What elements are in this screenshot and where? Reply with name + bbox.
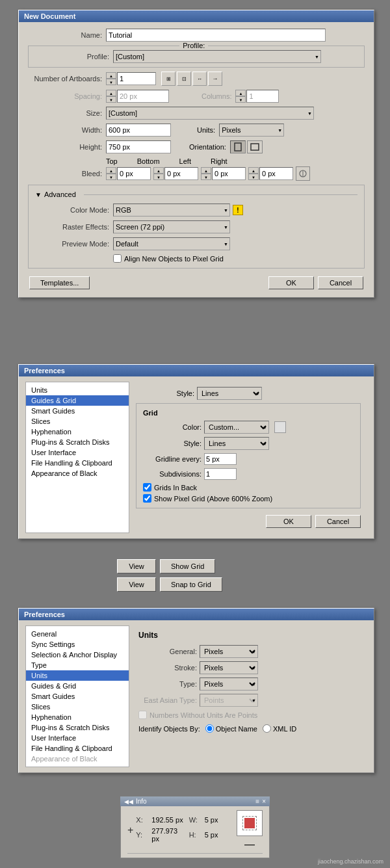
- link-bleed-btn[interactable]: [296, 166, 310, 181]
- sidebar-item-slices[interactable]: Slices: [26, 416, 129, 427]
- units-sidebar-ui[interactable]: User Interface: [26, 733, 129, 743]
- grid-color-swatch[interactable]: [274, 421, 286, 433]
- bleed-bottom-input[interactable]: [164, 167, 198, 180]
- spacing-spin-up[interactable]: ▲: [106, 90, 116, 96]
- grid-color-select[interactable]: Custom... Light Gray Gray: [204, 421, 269, 434]
- units-general-select[interactable]: Pixels Points Inches: [200, 645, 258, 658]
- bleed-bottom-up[interactable]: ▲: [153, 167, 164, 174]
- units-stroke-select[interactable]: Pixels Points: [200, 661, 258, 674]
- spacing-spin-down[interactable]: ▼: [106, 96, 116, 103]
- view-btn-2[interactable]: View: [117, 577, 156, 592]
- sidebar-item-ui[interactable]: User Interface: [26, 447, 129, 458]
- landscape-btn[interactable]: [247, 140, 263, 153]
- bleed-right-down[interactable]: ▼: [248, 174, 259, 180]
- profile-select[interactable]: [Custom] Print Web: [113, 50, 321, 63]
- units-select[interactable]: Pixels Points Inches: [219, 124, 284, 137]
- artboards-spin-down[interactable]: ▼: [106, 79, 116, 85]
- new-doc-cancel-button[interactable]: Cancel: [318, 276, 363, 289]
- templates-button[interactable]: Templates...: [29, 276, 90, 289]
- collapse-icon[interactable]: ◀◀: [124, 798, 133, 805]
- prefs-cancel-button[interactable]: Cancel: [315, 515, 361, 528]
- show-grid-button[interactable]: Show Grid: [160, 559, 215, 573]
- units-sidebar-black[interactable]: Appearance of Black: [26, 754, 129, 764]
- spacing-input[interactable]: [117, 90, 169, 103]
- sidebar-item-guides-grid[interactable]: Guides & Grid: [26, 395, 129, 406]
- grid-style-select-wrapper: Lines Dots: [204, 437, 269, 450]
- units-sidebar: General Sync Settings Selection & Anchor…: [25, 625, 129, 767]
- preview-label: Preview Mode:: [35, 240, 113, 248]
- sidebar-item-units[interactable]: Units: [26, 385, 129, 395]
- portrait-btn[interactable]: [230, 140, 246, 153]
- sidebar-item-hyphenation[interactable]: Hyphenation: [26, 427, 129, 437]
- bleed-left-down[interactable]: ▼: [201, 174, 211, 180]
- arrange-left-icon[interactable]: ⊡: [177, 72, 191, 86]
- columns-spin-up[interactable]: ▲: [235, 90, 246, 96]
- show-pixel-grid-label: Show Pixel Grid (Above 600% Zoom): [154, 495, 272, 503]
- units-sidebar-selection[interactable]: Selection & Anchor Display: [26, 650, 129, 660]
- spacing-spin-arrows[interactable]: ▲ ▼: [106, 90, 116, 103]
- name-input[interactable]: [106, 29, 326, 42]
- spacing-row: Spacing: ▲ ▼ Columns: ▲ ▼: [28, 90, 365, 103]
- artboards-input[interactable]: [117, 72, 156, 85]
- units-sidebar-slices[interactable]: Slices: [26, 702, 129, 712]
- artboards-spin-arrows[interactable]: ▲ ▼: [106, 72, 116, 85]
- xml-id-radio[interactable]: [263, 724, 271, 733]
- columns-spin-down[interactable]: ▼: [235, 96, 246, 103]
- columns-input[interactable]: [246, 90, 279, 103]
- subdivisions-input[interactable]: [204, 468, 237, 480]
- pixel-grid-checkbox[interactable]: [113, 254, 122, 263]
- artboards-spin-up[interactable]: ▲: [106, 72, 116, 79]
- units-sidebar-type[interactable]: Type: [26, 660, 129, 670]
- preview-select[interactable]: Default Pixel Overprint: [113, 237, 230, 250]
- units-sidebar-units[interactable]: Units: [26, 670, 129, 681]
- object-name-radio[interactable]: [205, 724, 214, 733]
- units-sidebar-file[interactable]: File Handling & Clipboard: [26, 743, 129, 754]
- new-doc-ok-button[interactable]: OK: [268, 276, 314, 289]
- units-sidebar-general[interactable]: General: [26, 629, 129, 639]
- bleed-top-up[interactable]: ▲: [106, 167, 116, 174]
- sidebar-item-plugins[interactable]: Plug-ins & Scratch Disks: [26, 437, 129, 447]
- grid-layout-icon[interactable]: ⊞: [161, 72, 176, 86]
- units-sidebar-plugins[interactable]: Plug-ins & Scratch Disks: [26, 722, 129, 733]
- info-close-icon[interactable]: ×: [262, 798, 266, 805]
- columns-spin-arrows[interactable]: ▲ ▼: [235, 90, 246, 103]
- units-sidebar-sync[interactable]: Sync Settings: [26, 639, 129, 650]
- bleed-right-up[interactable]: ▲: [248, 167, 259, 174]
- bleed-bottom-spin: ▲ ▼: [153, 167, 198, 180]
- bleed-top-arrows[interactable]: ▲ ▼: [106, 167, 116, 180]
- arrange-arrow-icon[interactable]: →: [208, 72, 222, 86]
- units-type-select[interactable]: Pixels Points: [200, 677, 258, 690]
- size-select[interactable]: [Custom] Letter A4: [106, 107, 314, 120]
- sidebar-item-smart-guides[interactable]: Smart Guides: [26, 406, 129, 416]
- bleed-right-input[interactable]: [259, 167, 293, 180]
- prefs-ok-button[interactable]: OK: [266, 515, 311, 528]
- bleed-left-arrows[interactable]: ▲ ▼: [201, 167, 211, 180]
- info-body: + X: 192.55 px W: 5 px Y: 277.973 px: [120, 806, 270, 858]
- arrange-right-icon[interactable]: ↔: [192, 72, 207, 86]
- info-menu-icon[interactable]: ≡: [255, 798, 259, 805]
- bleed-left-up[interactable]: ▲: [201, 167, 211, 174]
- raster-select[interactable]: Screen (72 ppi) Medium (150 ppi) High (3…: [113, 220, 230, 233]
- bleed-right-arrows[interactable]: ▲ ▼: [248, 167, 259, 180]
- bleed-bottom-arrows[interactable]: ▲ ▼: [153, 167, 164, 180]
- bleed-top-down[interactable]: ▼: [106, 174, 116, 180]
- sidebar-item-black[interactable]: Appearance of Black: [26, 468, 129, 479]
- units-sidebar-guides[interactable]: Guides & Grid: [26, 681, 129, 691]
- guides-style-select[interactable]: Lines Dots: [197, 387, 262, 400]
- units-sidebar-smart-guides[interactable]: Smart Guides: [26, 691, 129, 702]
- color-mode-select[interactable]: RGB CMYK: [113, 204, 230, 217]
- sidebar-item-file[interactable]: File Handling & Clipboard: [26, 458, 129, 468]
- grid-style-select[interactable]: Lines Dots: [204, 437, 269, 450]
- bleed-top-input[interactable]: [117, 167, 151, 180]
- view-btn-1[interactable]: View: [117, 559, 156, 573]
- advanced-toggle[interactable]: ▼: [35, 191, 42, 198]
- grids-in-back-checkbox[interactable]: [143, 483, 151, 492]
- snap-to-grid-button[interactable]: Snap to Grid: [160, 577, 222, 592]
- show-pixel-grid-checkbox[interactable]: [143, 494, 151, 503]
- height-input[interactable]: [106, 140, 171, 153]
- width-input[interactable]: [106, 124, 171, 137]
- units-sidebar-hyphenation[interactable]: Hyphenation: [26, 712, 129, 722]
- bleed-bottom-down[interactable]: ▼: [153, 174, 164, 180]
- gridline-input[interactable]: [204, 453, 237, 465]
- bleed-left-input[interactable]: [212, 167, 246, 180]
